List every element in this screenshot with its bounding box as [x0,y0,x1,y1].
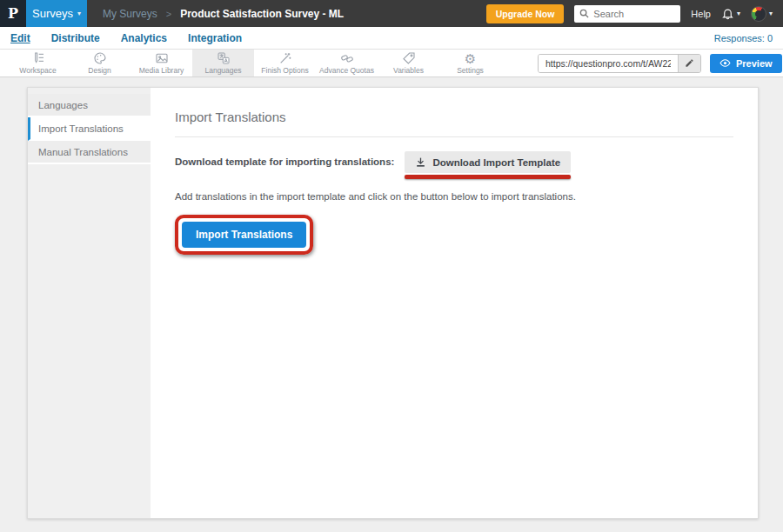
breadcrumb-separator: > [166,9,171,19]
workspace-icon [31,51,45,65]
languages-card: Languages Import Translations Manual Tra… [27,87,759,519]
edit-toolbar: Workspace Design Media Library Languages… [0,50,783,77]
toolbar-item-finish-options[interactable]: Finish Options [254,50,316,76]
download-template-wrap: Download Import Template [405,151,571,179]
toolbar-item-variables[interactable]: Variables [378,50,439,76]
settings-icon: ⚙ [465,52,476,65]
topbar: P Surveys ▾ My Surveys > Product Satisfa… [0,0,783,27]
page-background: Languages Import Translations Manual Tra… [0,77,783,532]
toolbar-item-languages[interactable]: Languages [192,50,254,76]
responses-count[interactable]: Responses: 0 [714,33,773,43]
preview-label: Preview [736,58,773,69]
survey-url-input[interactable] [539,55,678,72]
toolbar-item-label: Variables [393,66,424,75]
instruction-text: Add translations in the import template … [175,191,733,202]
download-template-label: Download template for importing translat… [175,151,394,172]
breadcrumb: My Surveys > Product Satisfaction Survey… [103,0,344,27]
download-import-template-button[interactable]: Download Import Template [405,151,571,173]
import-translations-button[interactable]: Import Translations [182,222,306,248]
search-box[interactable] [574,5,680,23]
advance-quotas-icon [340,51,354,65]
download-template-row: Download template for importing translat… [175,151,733,179]
toolbar-item-workspace[interactable]: Workspace [7,50,69,76]
breadcrumb-my-surveys[interactable]: My Surveys [103,8,157,20]
questionpro-logo: P [0,0,26,27]
survey-title: Product Satisfaction Survey - ML [180,8,344,20]
upgrade-now-button[interactable]: Upgrade Now [486,4,565,23]
download-button-label: Download Import Template [432,157,560,168]
toolbar-item-label: Advance Quotas [319,66,374,75]
eye-icon [719,57,731,69]
tab-edit[interactable]: Edit [10,32,30,44]
toolbar-item-design[interactable]: Design [69,50,130,76]
toolbar-item-label: Settings [457,66,484,75]
divider [175,136,733,137]
tab-distribute[interactable]: Distribute [51,32,100,44]
chevron-down-icon: ▾ [769,10,773,17]
product-switcher[interactable]: Surveys ▾ [26,0,87,27]
import-translations-panel: Import Translations Download template fo… [151,88,758,518]
toolbar-item-settings[interactable]: ⚙ Settings [439,50,501,76]
media-library-icon [155,51,169,65]
design-icon [93,51,107,65]
toolbar-item-advance-quotas[interactable]: Advance Quotas [316,50,378,76]
product-label: Surveys [32,7,73,20]
section-nav: Edit Distribute Analytics Integration Re… [0,27,783,50]
page-title: Import Translations [175,110,733,124]
sidebar-item-languages[interactable]: Languages [28,94,151,117]
chevron-down-icon: ▾ [737,10,740,17]
bell-icon [721,7,734,20]
finish-options-icon [278,51,292,65]
toolbar-item-label: Design [88,66,110,75]
avatar [751,6,766,22]
toolbar-item-media-library[interactable]: Media Library [130,50,192,76]
help-link[interactable]: Help [691,9,711,19]
annotation-underline [405,175,571,179]
tab-analytics[interactable]: Analytics [121,32,167,44]
topbar-actions: Upgrade Now Help ▾ ▾ [486,0,783,27]
variables-icon [402,51,416,65]
chevron-down-icon: ▾ [77,10,81,17]
pencil-icon [685,58,694,68]
annotation-highlight-box: Import Translations [175,215,313,255]
download-icon [415,156,426,168]
tab-integration[interactable]: Integration [188,32,242,44]
preview-button[interactable]: Preview [710,54,782,73]
toolbar-item-label: Workspace [19,66,56,75]
toolbar-item-label: Finish Options [261,66,308,75]
account-menu-button[interactable]: ▾ [751,6,773,22]
sidebar-item-import-translations[interactable]: Import Translations [28,117,151,141]
languages-icon [217,51,231,65]
search-input[interactable] [593,9,670,19]
toolbar-item-label: Media Library [139,66,184,75]
survey-url-field [538,54,701,73]
edit-url-button[interactable] [678,55,700,72]
sidebar-item-manual-translations[interactable]: Manual Translations [28,141,151,164]
notifications-button[interactable]: ▾ [721,7,740,20]
toolbar-item-label: Languages [204,66,241,75]
languages-sidebar: Languages Import Translations Manual Tra… [28,88,151,518]
search-icon [579,9,589,18]
